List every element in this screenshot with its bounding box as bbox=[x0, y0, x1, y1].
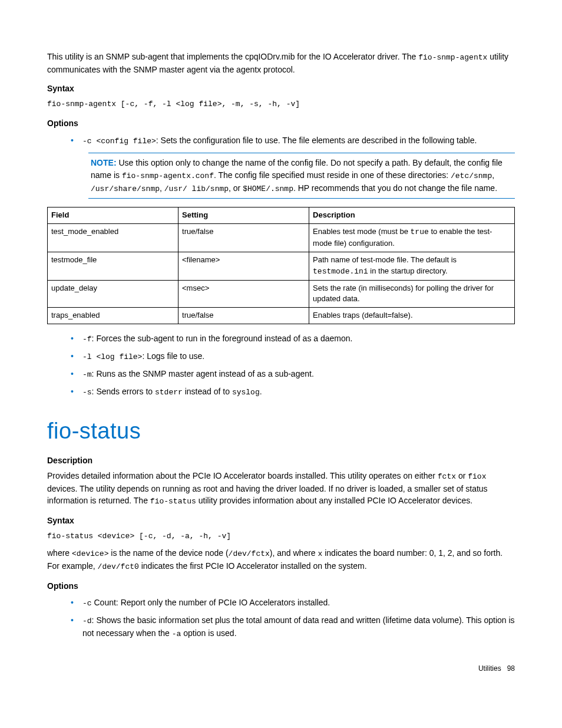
text: or bbox=[456, 471, 468, 480]
code-inline: /etc/snmp bbox=[451, 172, 492, 180]
code-inline: -s bbox=[82, 388, 92, 397]
text: where bbox=[47, 548, 72, 558]
text: This utility is an SNMP sub-agent that i… bbox=[47, 52, 418, 61]
page-footer: Utilities 98 bbox=[47, 664, 515, 674]
code-inline: -m bbox=[82, 370, 92, 379]
code-inline: -f bbox=[82, 335, 92, 344]
options-list: -f: Forces the sub-agent to run in the f… bbox=[71, 332, 515, 398]
text: : Runs as the SNMP master agent instead … bbox=[92, 369, 314, 378]
options-heading: Options bbox=[47, 580, 515, 592]
text: . The config file specified must reside … bbox=[214, 170, 451, 180]
cell-description: Sets the rate (in milliseconds) for poll… bbox=[309, 280, 515, 308]
code-inline: fio-snmp-agentx bbox=[418, 53, 487, 62]
table-row: traps_enabled true/false Enables traps (… bbox=[48, 308, 515, 324]
option-d: -d: Shows the basic information set plus… bbox=[71, 614, 515, 640]
intro-paragraph: This utility is an SNMP sub-agent that i… bbox=[47, 51, 515, 75]
table-header-row: Field Setting Description bbox=[48, 207, 515, 224]
text: indicates the first PCIe IO Accelerator … bbox=[139, 561, 367, 571]
th-description: Description bbox=[309, 207, 515, 224]
options-list: -c <config file>: Sets the configuration… bbox=[71, 134, 515, 147]
code-inline: -a bbox=[172, 630, 181, 638]
section-heading-fio-status: fio-status bbox=[47, 415, 515, 447]
cell-setting: true/false bbox=[178, 308, 309, 324]
config-table: Field Setting Description test_mode_enab… bbox=[47, 207, 515, 324]
code-inline: $HOME/.snmp bbox=[243, 185, 293, 193]
text: : Forces the sub-agent to run in the for… bbox=[92, 334, 353, 343]
footer-label: Utilities bbox=[478, 664, 501, 673]
code-inline: -c bbox=[82, 599, 92, 608]
code-inline: stderr bbox=[155, 388, 183, 397]
text: ), and where bbox=[270, 548, 318, 558]
page-number: 98 bbox=[507, 664, 515, 673]
syntax-heading: Syntax bbox=[47, 83, 515, 94]
table-row: test_mode_enabled true/false Enables tes… bbox=[48, 224, 515, 252]
text: , bbox=[492, 170, 494, 180]
table-row: update_delay <msec> Sets the rate (in mi… bbox=[48, 280, 515, 308]
options-list: -c Count: Report only the number of PCIe… bbox=[71, 597, 515, 640]
cell-field: test_mode_enabled bbox=[48, 224, 178, 252]
code-inline: fio-status bbox=[150, 497, 196, 506]
description-heading: Description bbox=[47, 454, 515, 466]
note-label: NOTE: bbox=[91, 158, 117, 167]
text: : Shows the basic information set plus t… bbox=[82, 615, 515, 638]
cell-field: traps_enabled bbox=[48, 308, 178, 324]
option-s: -s: Sends errors to stderr instead of to… bbox=[71, 386, 515, 398]
code-inline: -l <log file> bbox=[82, 353, 142, 361]
th-setting: Setting bbox=[178, 207, 309, 224]
option-c: -c <config file>: Sets the configuration… bbox=[71, 134, 515, 147]
text: Provides detailed information about the … bbox=[47, 471, 438, 480]
text: is the name of the device node ( bbox=[108, 548, 228, 558]
code-inline: -d bbox=[82, 617, 92, 625]
code-inline: syslog bbox=[232, 388, 260, 397]
code-inline: /usr/ lib/snmp bbox=[164, 185, 229, 193]
syntax-code: fio-status <device> [-c, -d, -a, -h, -v] bbox=[47, 531, 515, 542]
option-m: -m: Runs as the SNMP master agent instea… bbox=[71, 368, 515, 381]
text: , or bbox=[229, 183, 243, 193]
text: option is used. bbox=[181, 628, 236, 638]
code-inline: /dev/fctx bbox=[229, 549, 270, 558]
code-inline: fctx bbox=[438, 472, 456, 481]
syntax-code: fio-snmp-agentx [-c, -f, -l <log file>, … bbox=[47, 99, 515, 110]
text: utility provides information about any i… bbox=[196, 496, 472, 505]
text: , bbox=[160, 183, 164, 193]
note-box: NOTE: Use this option only to change the… bbox=[88, 153, 515, 199]
option-l: -l <log file>: Logs file to use. bbox=[71, 350, 515, 363]
text: . HP recommends that you do not change t… bbox=[293, 183, 497, 193]
code-inline: /dev/fct0 bbox=[98, 562, 139, 571]
text: Count: Report only the number of PCIe IO… bbox=[92, 598, 330, 607]
th-field: Field bbox=[48, 207, 178, 224]
code-inline: fiox bbox=[468, 472, 486, 481]
code-inline: <device> bbox=[72, 549, 108, 558]
code-inline: -c <config file> bbox=[82, 137, 156, 146]
text: instead of to bbox=[183, 387, 232, 396]
cell-field: testmode_file bbox=[48, 252, 178, 280]
text: : Sends errors to bbox=[92, 387, 155, 396]
cell-description: Path name of test-mode file. The default… bbox=[309, 252, 515, 280]
code-inline: /usr/share/snmp bbox=[91, 185, 160, 193]
cell-setting: true/false bbox=[178, 224, 309, 252]
syntax-heading: Syntax bbox=[47, 515, 515, 526]
cell-setting: <msec> bbox=[178, 280, 309, 308]
cell-field: update_delay bbox=[48, 280, 178, 308]
options-heading: Options bbox=[47, 117, 515, 129]
cell-setting: <filename> bbox=[178, 252, 309, 280]
cell-description: Enables traps (default=false). bbox=[309, 308, 515, 324]
description-paragraph: Provides detailed information about the … bbox=[47, 470, 515, 508]
where-paragraph: where <device> is the name of the device… bbox=[47, 547, 515, 573]
table-row: testmode_file <filename> Path name of te… bbox=[48, 252, 515, 280]
text: : Sets the configuration file to use. Th… bbox=[156, 136, 477, 145]
option-f: -f: Forces the sub-agent to run in the f… bbox=[71, 332, 515, 345]
code-inline: fio-snmp-agentx.conf bbox=[122, 172, 214, 180]
text: : Logs file to use. bbox=[142, 351, 204, 361]
option-c-count: -c Count: Report only the number of PCIe… bbox=[71, 597, 515, 610]
cell-description: Enables test mode (must be true to enabl… bbox=[309, 224, 515, 252]
text: . bbox=[260, 387, 262, 396]
